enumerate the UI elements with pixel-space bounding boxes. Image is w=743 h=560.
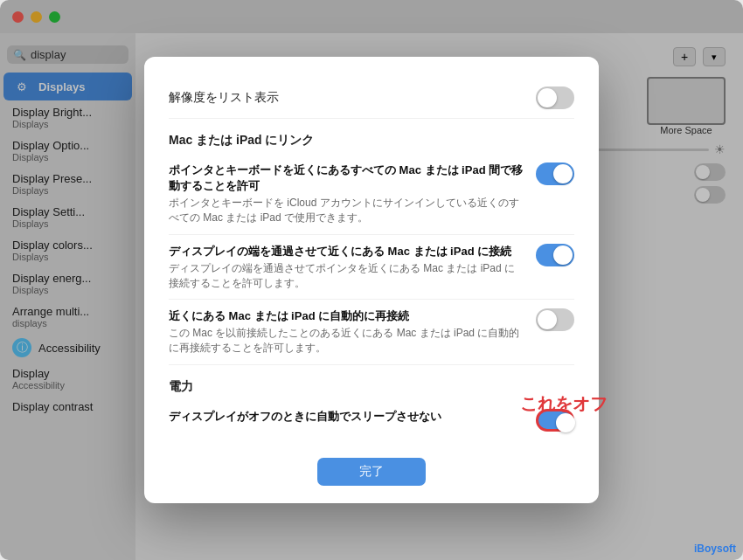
resolution-list-row: 解像度をリスト表示 [169, 78, 574, 119]
watermark: iBoysoft [694, 543, 736, 555]
pointer-keyboard-desc: ポインタとキーボードを iCloud アカウントにサインインしている近くのすべて… [169, 196, 524, 225]
auto-reconnect-title: 近くにある Mac または iPad に自動的に再接続 [169, 308, 524, 324]
resolution-list-label: 解像度をリスト表示 [169, 90, 279, 106]
annotation-text: これをオフ [520, 392, 608, 416]
pointer-keyboard-title: ポインタとキーボードを近くにあるすべての Mac または iPad 間で移動する… [169, 162, 524, 194]
modal-overlay: 解像度をリスト表示 Mac または iPad にリンク ポインタとキーボードを近… [0, 0, 743, 560]
display-edge-toggle[interactable] [536, 244, 574, 266]
display-edge-row: ディスプレイの端を通過させて近くにある Mac または iPad に接続 ディス… [169, 235, 574, 301]
auto-reconnect-toggle[interactable] [536, 308, 574, 331]
power-section-title: 電力 [169, 379, 574, 395]
display-edge-desc: ディスプレイの端を通過させてポインタを近くにある Mac または iPad に接… [169, 261, 524, 291]
pointer-keyboard-row: ポインタとキーボードを近くにあるすべての Mac または iPad 間で移動する… [169, 154, 574, 235]
modal-footer: 完了 [169, 458, 574, 486]
display-edge-title: ディスプレイの端を通過させて近くにある Mac または iPad に接続 [169, 244, 524, 259]
pointer-keyboard-toggle[interactable] [536, 162, 574, 185]
complete-button[interactable]: 完了 [317, 458, 426, 486]
link-section-title: Mac または iPad にリンク [169, 133, 574, 149]
sleep-prevent-title: ディスプレイがオフのときに自動でスリープさせない [169, 409, 524, 425]
resolution-list-toggle[interactable] [536, 86, 574, 109]
auto-reconnect-desc: この Mac を以前接続したことのある近くにある Mac または iPad に自… [169, 326, 524, 356]
auto-reconnect-row: 近くにある Mac または iPad に自動的に再接続 この Mac を以前接続… [169, 300, 574, 365]
background-window: 🔍 display ⚙ Displays Display Bright... D… [0, 0, 743, 560]
sleep-prevent-row: ディスプレイがオフのときに自動でスリープさせない [169, 400, 574, 440]
modal-dialog: 解像度をリスト表示 Mac または iPad にリンク ポインタとキーボードを近… [144, 57, 599, 503]
